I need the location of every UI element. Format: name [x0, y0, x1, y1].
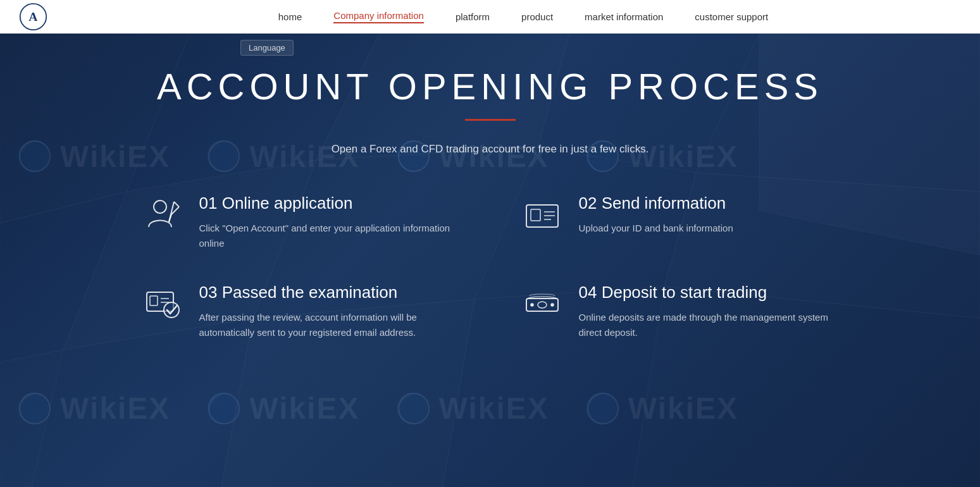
step-4-title: 04 Deposit to start trading [579, 283, 838, 302]
svg-point-35 [531, 304, 533, 306]
svg-point-18 [154, 200, 166, 213]
nav-customer-support[interactable]: customer support [695, 11, 768, 22]
main-nav: home Company information platform produc… [85, 10, 961, 23]
step-4: 04 Deposit to start trading Online depos… [522, 283, 838, 340]
page-title: ACCOUNT OPENING PROCESS [157, 65, 823, 108]
hero-subtitle: Open a Forex and CFD trading account for… [332, 143, 649, 156]
step-2-title: 02 Send information [579, 194, 838, 213]
svg-point-36 [551, 304, 554, 306]
header: A home Company information platform prod… [0, 0, 980, 34]
step-2: 02 Send information Upload your ID and b… [522, 194, 838, 251]
nav-market-information[interactable]: market information [585, 11, 663, 22]
hero-section: 🔵WikiEX 🔵WikiEX 🔵WikiEX 🔵WikiEX 🔵WikiEX … [0, 34, 980, 487]
svg-point-34 [538, 302, 547, 308]
step-3-icon [142, 283, 183, 324]
nav-home[interactable]: home [278, 11, 302, 22]
step-1-icon [142, 194, 183, 235]
svg-text:A: A [28, 9, 38, 23]
title-divider [465, 119, 516, 121]
nav-company-information[interactable]: Company information [333, 10, 424, 23]
logo[interactable]: A [19, 3, 47, 31]
step-4-text: 04 Deposit to start trading Online depos… [579, 283, 838, 340]
svg-point-32 [164, 302, 179, 317]
nav-product[interactable]: product [521, 11, 553, 22]
step-3-text: 03 Passed the examination After passing … [199, 283, 459, 340]
step-1: 01 Online application Click "Open Accoun… [142, 194, 459, 251]
svg-line-21 [174, 202, 179, 207]
svg-rect-24 [531, 209, 540, 221]
nav-platform[interactable]: platform [456, 11, 490, 22]
step-4-icon [522, 283, 563, 324]
step-3: 03 Passed the examination After passing … [142, 283, 459, 340]
hero-content: ACCOUNT OPENING PROCESS Open a Forex and… [0, 34, 980, 487]
step-1-text: 01 Online application Click "Open Accoun… [199, 194, 459, 251]
step-2-text: 02 Send information Upload your ID and b… [579, 194, 838, 236]
step-3-title: 03 Passed the examination [199, 283, 459, 302]
steps-grid: 01 Online application Click "Open Accoun… [142, 194, 838, 340]
step-3-description: After passing the review, account inform… [199, 310, 459, 340]
svg-rect-29 [150, 296, 158, 305]
step-1-title: 01 Online application [199, 194, 459, 213]
step-1-description: Click "Open Account" and enter your appl… [199, 221, 459, 251]
step-2-description: Upload your ID and bank information [579, 221, 838, 236]
step-4-description: Online deposits are made through the man… [579, 310, 838, 340]
step-2-icon [522, 194, 563, 235]
